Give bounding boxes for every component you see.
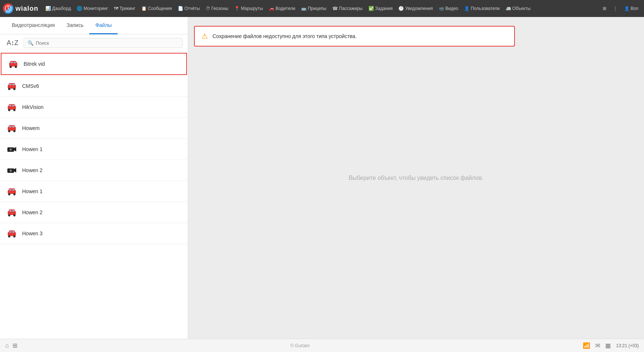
topbar-item-routes[interactable]: 📍 Маршруты	[232, 4, 266, 13]
search-input[interactable]	[36, 40, 179, 46]
layout-icon[interactable]: ▦	[605, 342, 611, 349]
svg-point-35	[8, 193, 10, 195]
messages-icon: 📋	[141, 6, 147, 11]
statusbar-time: 13:21 (+03)	[616, 343, 639, 348]
topbar-label-notifications: Уведомления	[405, 6, 433, 11]
list-item[interactable]: HikVision	[0, 97, 188, 118]
list-item[interactable]: Howen 2	[0, 160, 188, 181]
topbar-item-tracking[interactable]: 🗺 Трекинг	[111, 4, 138, 13]
error-message: Сохранение файлов недоступно для этого т…	[212, 33, 357, 39]
svg-rect-5	[11, 62, 13, 63]
device-car-icon	[6, 206, 18, 218]
topbar-more-button[interactable]: ⋮	[610, 4, 620, 13]
topbar-item-messages[interactable]: 📋 Сообщения	[139, 4, 174, 13]
topbar-profile-button[interactable]: 👤 Bon	[622, 4, 641, 13]
notifications-icon: 🕐	[398, 6, 404, 11]
device-name: CMSv6	[22, 83, 182, 89]
sort-icon: A↕Z	[7, 39, 18, 47]
svg-marker-30	[14, 168, 16, 172]
svg-point-48	[13, 235, 15, 237]
device-name: Howen 1	[22, 146, 182, 152]
svg-point-21	[8, 130, 10, 132]
topbar-item-objects[interactable]: 🚐 Объекты	[503, 4, 533, 13]
drivers-icon: 🚗	[269, 6, 274, 11]
reports-icon: 📄	[178, 6, 183, 11]
svg-point-32	[10, 170, 11, 171]
home-icon[interactable]: ⌂	[5, 342, 9, 349]
topbar-item-drivers[interactable]: 🚗 Водители	[266, 4, 298, 13]
tab-recording-label: Запись	[66, 22, 83, 28]
device-list: Bitrek vid CMSv6	[0, 52, 188, 339]
topbar-item-users[interactable]: 👤 Пользователи	[461, 4, 502, 13]
topbar-item-trailers[interactable]: 🚌 Прицепы	[298, 4, 329, 13]
device-car-icon	[6, 228, 18, 239]
list-item[interactable]: Bitrek vid	[1, 53, 187, 75]
svg-rect-49	[9, 231, 11, 233]
signal-icon[interactable]: 📶	[583, 342, 590, 349]
svg-rect-6	[14, 62, 16, 63]
topbar-label-drivers: Водители	[276, 6, 295, 11]
topbar-item-notifications[interactable]: 🕐 Уведомления	[396, 4, 435, 13]
svg-rect-12	[12, 84, 14, 85]
objects-icon: 🚐	[506, 6, 511, 11]
topbar-label-reports: Отчёты	[184, 6, 200, 11]
list-item[interactable]: Howen 1	[0, 139, 188, 160]
device-car-icon	[6, 185, 18, 197]
topbar-label-passengers: Пассажиры	[339, 6, 363, 11]
svg-rect-17	[9, 105, 11, 106]
svg-rect-24	[12, 126, 14, 127]
message-icon[interactable]: ✉	[595, 342, 600, 349]
monitor-icon: 🌐	[77, 6, 82, 11]
svg-rect-50	[12, 231, 14, 233]
topbar-item-monitoring[interactable]: 🌐 Мониторинг	[74, 4, 111, 13]
svg-point-28	[10, 149, 11, 150]
topbar-grid-button[interactable]: ⊞	[600, 4, 609, 13]
svg-rect-38	[12, 189, 14, 191]
topbar-item-passengers[interactable]: ☎ Пассажиры	[330, 4, 365, 13]
list-item[interactable]: Howen 1	[0, 181, 188, 202]
statusbar-copyright: © Gurtam	[20, 343, 580, 348]
error-banner: ⚠ Сохранение файлов недоступно для этого…	[194, 26, 515, 47]
topbar-label-video: Видео	[445, 6, 458, 11]
svg-rect-23	[9, 126, 11, 127]
tab-files[interactable]: Файлы	[89, 17, 117, 34]
topbar-item-video[interactable]: 📹 Видео	[436, 4, 461, 13]
list-item[interactable]: Howem	[0, 118, 188, 139]
list-item[interactable]: Howen 2	[0, 202, 188, 223]
topbar-label-dashboard: Дашборд	[52, 6, 71, 11]
tab-livestream[interactable]: Видеотрансляция	[6, 17, 60, 34]
trailers-icon: 🚌	[301, 6, 307, 11]
tasks-icon: ✅	[368, 6, 374, 11]
device-name: Bitrek vid	[24, 61, 180, 67]
logo-circle	[3, 3, 13, 14]
topbar-item-dashboard[interactable]: 📊 Дашборд	[43, 4, 73, 13]
device-car-icon	[7, 58, 19, 70]
topbar-label-trailers: Прицепы	[308, 6, 326, 11]
svg-point-36	[13, 193, 15, 195]
topbar-item-reports[interactable]: 📄 Отчёты	[175, 4, 202, 13]
svg-rect-11	[9, 84, 11, 85]
logo-text: wialon	[15, 5, 38, 13]
grid-icon[interactable]: ⊞	[13, 342, 17, 349]
topbar-label-routes: Маршруты	[241, 6, 263, 11]
list-item[interactable]: CMSv6	[0, 76, 188, 97]
topbar-item-tasks[interactable]: ✅ Задания	[366, 4, 395, 13]
svg-point-4	[15, 66, 17, 68]
svg-point-3	[10, 66, 12, 68]
warning-icon: ⚠	[201, 32, 208, 41]
topbar-item-geozones[interactable]: ⏱ Геозоны	[203, 4, 231, 13]
search-box: 🔍	[24, 38, 183, 48]
statusbar: ⌂ ⊞ © Gurtam 📶 ✉ ▦ 13:21 (+03)	[0, 339, 644, 352]
app-logo[interactable]: wialon	[3, 3, 38, 14]
list-item[interactable]: Howen 3	[0, 223, 188, 244]
sort-button[interactable]: A↕Z	[5, 38, 20, 48]
tab-recording[interactable]: Запись	[60, 17, 89, 34]
svg-point-42	[13, 214, 15, 216]
tabs-container: Видеотрансляция Запись Файлы	[0, 17, 188, 34]
svg-point-41	[8, 214, 10, 216]
left-panel: Видеотрансляция Запись Файлы A↕Z 🔍	[0, 17, 188, 339]
device-camera-icon	[6, 164, 18, 176]
device-car-icon	[6, 80, 18, 92]
device-name: HikVision	[22, 104, 182, 110]
device-camera-icon	[6, 143, 18, 155]
